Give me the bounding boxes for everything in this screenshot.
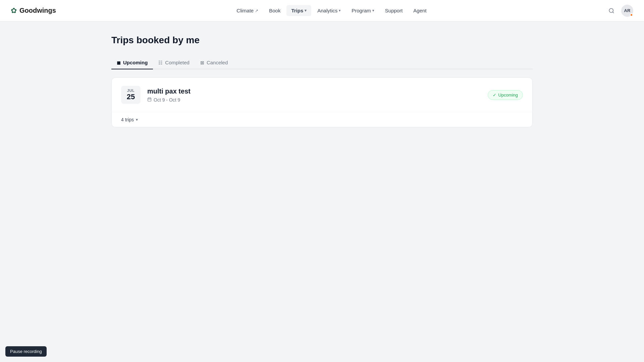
check-icon: ✓ <box>493 93 496 98</box>
trip-name: multi pax test <box>147 87 481 95</box>
pause-recording-button[interactable]: Pause recording <box>5 346 47 357</box>
trip-card: JUL 25 multi pax test Oct 9 - Oct 9 <box>111 77 533 127</box>
nav-item-agent[interactable]: Agent <box>409 5 431 16</box>
nav-item-analytics[interactable]: Analytics ▾ <box>313 5 345 16</box>
tab-completed-label: Completed <box>165 60 190 65</box>
tab-canceled[interactable]: ⊠ Canceled <box>195 56 233 69</box>
tab-completed[interactable]: ☷ Completed <box>153 56 195 69</box>
search-button[interactable] <box>607 6 616 15</box>
trip-info: multi pax test Oct 9 - Oct 9 <box>147 87 481 103</box>
tabs-container: ◼ Upcoming ☷ Completed ⊠ Canceled <box>111 56 533 69</box>
navbar-right: AR <box>607 5 633 17</box>
nav-label-book: Book <box>269 8 280 13</box>
nav-label-climate: Climate <box>236 8 254 13</box>
logo-area: ✿ Goodwings <box>11 6 56 15</box>
main-content: Trips booked by me ◼ Upcoming ☷ Complete… <box>101 21 543 141</box>
avatar[interactable]: AR <box>621 5 633 17</box>
nav-item-book[interactable]: Book <box>264 5 285 16</box>
page-title: Trips booked by me <box>111 35 533 46</box>
avatar-initials: AR <box>624 8 631 13</box>
tab-upcoming-label: Upcoming <box>123 60 148 65</box>
svg-rect-2 <box>148 98 151 101</box>
trip-dates: Oct 9 - Oct 9 <box>147 97 481 103</box>
upcoming-tab-icon: ◼ <box>117 60 121 65</box>
calendar-icon <box>147 97 152 103</box>
completed-tab-icon: ☷ <box>158 60 163 65</box>
status-label: Upcoming <box>498 93 518 98</box>
chevron-down-icon-trips: ▾ <box>305 8 307 13</box>
nav-label-analytics: Analytics <box>317 8 337 13</box>
trip-card-header: JUL 25 multi pax test Oct 9 - Oct 9 <box>112 78 532 112</box>
nav-label-program: Program <box>352 8 371 13</box>
tab-canceled-label: Canceled <box>207 60 228 65</box>
nav-label-trips: Trips <box>291 8 303 13</box>
trip-card-footer: 4 trips ▾ <box>112 112 532 127</box>
chevron-down-icon-program: ▾ <box>372 8 374 13</box>
status-badge: ✓ Upcoming <box>488 90 523 100</box>
pause-recording-label: Pause recording <box>10 349 42 354</box>
nav-label-support: Support <box>385 8 403 13</box>
date-badge: JUL 25 <box>121 86 141 104</box>
nav-item-program[interactable]: Program ▾ <box>347 5 379 16</box>
nav-item-support[interactable]: Support <box>380 5 408 16</box>
brand-name: Goodwings <box>19 7 56 14</box>
navbar: ✿ Goodwings Climate ↗ Book Trips ▾ Analy… <box>0 0 644 21</box>
nav-label-agent: Agent <box>413 8 426 13</box>
nav-menu: Climate ↗ Book Trips ▾ Analytics ▾ Progr… <box>232 5 431 16</box>
search-icon <box>608 8 614 14</box>
nav-item-climate[interactable]: Climate ↗ <box>232 5 263 16</box>
date-badge-month: JUL <box>125 88 137 93</box>
svg-line-1 <box>612 12 613 13</box>
external-link-icon-climate: ↗ <box>255 8 258 13</box>
chevron-down-icon: ▾ <box>136 117 138 122</box>
nav-item-trips[interactable]: Trips ▾ <box>286 5 311 16</box>
chevron-down-icon-analytics: ▾ <box>339 8 341 13</box>
tab-upcoming[interactable]: ◼ Upcoming <box>111 56 153 69</box>
trips-count-toggle[interactable]: 4 trips ▾ <box>121 117 138 122</box>
date-badge-day: 25 <box>125 93 137 101</box>
trips-count-label: 4 trips <box>121 117 134 122</box>
canceled-tab-icon: ⊠ <box>200 60 204 65</box>
trip-date-range: Oct 9 - Oct 9 <box>154 97 180 103</box>
logo-icon: ✿ <box>11 6 17 15</box>
avatar-notification-dot <box>630 13 633 16</box>
